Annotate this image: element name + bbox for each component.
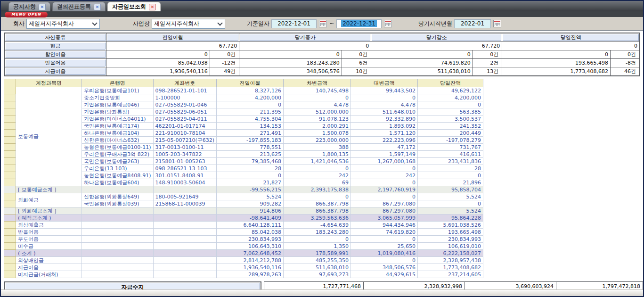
status-strip (1, 289, 643, 296)
summary-count-cell: 0건 (610, 50, 640, 59)
date-from-input[interactable]: 2022-12-01 (271, 19, 317, 28)
amount-cell: 193,665,498 (418, 229, 483, 236)
summary-amount-cell: 0 (502, 50, 611, 59)
amount-cell: 134,153 (217, 123, 284, 130)
period-start-input[interactable]: 2022-01 (454, 19, 491, 28)
row-selector-cell[interactable] (4, 87, 16, 94)
detail-header: 계정과목명 (16, 79, 82, 87)
calendar-icon[interactable] (493, 20, 501, 27)
row-selector-cell[interactable] (4, 200, 16, 207)
period-start-label: 당기시작년월 (418, 20, 452, 28)
row-selector-cell[interactable] (4, 250, 16, 257)
amount-cell: 4,478 (351, 101, 418, 108)
row-selector-cell[interactable] (4, 151, 16, 158)
amount-cell: 0 (351, 179, 418, 186)
row-selector-cell[interactable] (4, 123, 16, 130)
table-row: 외상매입금2,814,212,788485,255,35002,328,957,… (4, 257, 483, 264)
row-selector-cell[interactable] (4, 229, 16, 236)
bank-name-cell: 하나은행(보통예금604) (82, 179, 154, 186)
site-select[interactable]: 제일저지주식회사 (152, 19, 225, 29)
tab-close-icon[interactable]: ✕ (149, 4, 156, 10)
amount-cell: -4,654,639 (284, 222, 351, 229)
amount-cell: 0 (418, 101, 483, 108)
calendar-icon[interactable] (319, 20, 327, 27)
amount-cell: 1,571,120 (351, 130, 418, 137)
account-number-cell: 148-910003-50604 (153, 179, 217, 186)
tab-label: 자금일보조회 (112, 3, 146, 11)
row-selector-cell[interactable] (4, 94, 16, 101)
row-selector-cell[interactable] (4, 257, 16, 264)
date-to-input[interactable]: 2022-12-31 (336, 19, 382, 28)
amount-cell: 6,222,158,027 (418, 250, 483, 257)
amount-cell: -197,078,279 (418, 137, 483, 144)
tab-자금일보조회[interactable]: 자금일보조회✕ (107, 2, 161, 11)
tab-bar: 공지사항✕결의전표등록✕자금일보조회✕ (1, 1, 643, 11)
table-row: 지급어음1,936,540,116511,638,010348,506,5761… (4, 264, 483, 271)
tab-결의전표등록[interactable]: 결의전표등록✕ (52, 2, 106, 11)
row-selector-cell[interactable] (4, 137, 16, 144)
empty-cell (82, 271, 154, 278)
row-selector-cell[interactable] (4, 172, 16, 179)
row-selector-cell[interactable] (4, 101, 16, 108)
row-selector-cell[interactable] (4, 116, 16, 123)
row-selector-cell[interactable] (4, 108, 16, 116)
detail-header: 차변금액 (284, 79, 351, 87)
summary-amount-cell: 74,619,820 (371, 59, 473, 67)
empty-cell (153, 243, 217, 250)
row-selector-cell[interactable] (4, 193, 16, 200)
row-selector-cell[interactable] (4, 130, 16, 137)
amount-cell: 91,078,123 (284, 116, 351, 123)
row-selector-cell[interactable] (4, 158, 16, 165)
row-label-cell: [ 보통예금소계 ] (16, 186, 82, 193)
row-selector-cell[interactable] (4, 243, 16, 250)
row-selector-cell[interactable] (4, 236, 16, 243)
account-number-cell: 1005-203-347822 (153, 151, 217, 158)
amount-cell: 866,387,798 (284, 200, 351, 207)
amount-cell: 223,000,000 (284, 137, 351, 144)
table-row: 외화예금신한은행(외화통장649)180-005-9216495,524005,… (4, 193, 483, 200)
row-selector-cell[interactable] (4, 222, 16, 229)
calendar-icon[interactable] (384, 20, 392, 27)
tab-close-icon[interactable]: ✕ (94, 4, 101, 10)
site-label: 사업장 (133, 20, 150, 28)
row-selector-cell[interactable] (4, 165, 16, 172)
row-selector-cell[interactable] (4, 179, 16, 186)
row-selector-cell[interactable] (4, 214, 16, 222)
amount-cell: 0 (418, 172, 483, 179)
tab-close-icon[interactable]: ✕ (39, 4, 46, 10)
amount-cell: 1,773,408,682 (418, 264, 483, 271)
row-selector-header (4, 79, 16, 87)
empty-cell (153, 214, 217, 222)
amount-cell: 0 (351, 94, 418, 101)
bank-name-cell: 중소기업중앙회 (82, 94, 154, 101)
bank-name-cell: 신한은행(마이너스632) (82, 137, 154, 144)
row-selector-cell[interactable] (4, 271, 16, 278)
amount-cell: 4,200,000 (418, 94, 483, 101)
site-select-value: 제일저지주식회사 (154, 20, 199, 28)
amount-cell: 4,478 (284, 101, 351, 108)
row-selector-cell[interactable] (4, 186, 16, 193)
amount-cell: 28 (418, 165, 483, 172)
tab-공지사항[interactable]: 공지사항✕ (8, 2, 50, 11)
empty-cell (82, 222, 154, 229)
menu-open-button[interactable]: MENU OPEN (5, 12, 48, 17)
row-label-cell: 받을어음 (16, 229, 82, 236)
company-select[interactable]: 제일저지주식회사 (26, 19, 100, 29)
amount-cell: 178,589,991 (284, 250, 351, 257)
amount-cell: 233,431,836 (418, 158, 483, 165)
account-number-cell: 098-286521-13-103 (153, 165, 217, 172)
amount-cell: 106,619,010 (418, 243, 483, 250)
row-selector-cell[interactable] (4, 207, 16, 214)
row-selector-cell[interactable] (4, 144, 16, 151)
amount-cell: 3,500,537 (418, 116, 483, 123)
row-selector-cell[interactable] (4, 264, 16, 271)
amount-cell: 563,385 (418, 108, 483, 116)
amount-cell: 0 (351, 193, 418, 200)
empty-cell (153, 222, 217, 229)
summary-count-cell: 0건 (210, 50, 239, 59)
bank-name-cell: 신한은행(외화통장649) (82, 193, 154, 200)
amount-cell: 2,000,291 (284, 123, 351, 130)
amount-cell: 485,255,350 (284, 257, 351, 264)
table-row: 외상매출금6,640,128,111-4,654,639944,434,9465… (4, 222, 483, 229)
tab-label: 공지사항 (13, 3, 36, 11)
